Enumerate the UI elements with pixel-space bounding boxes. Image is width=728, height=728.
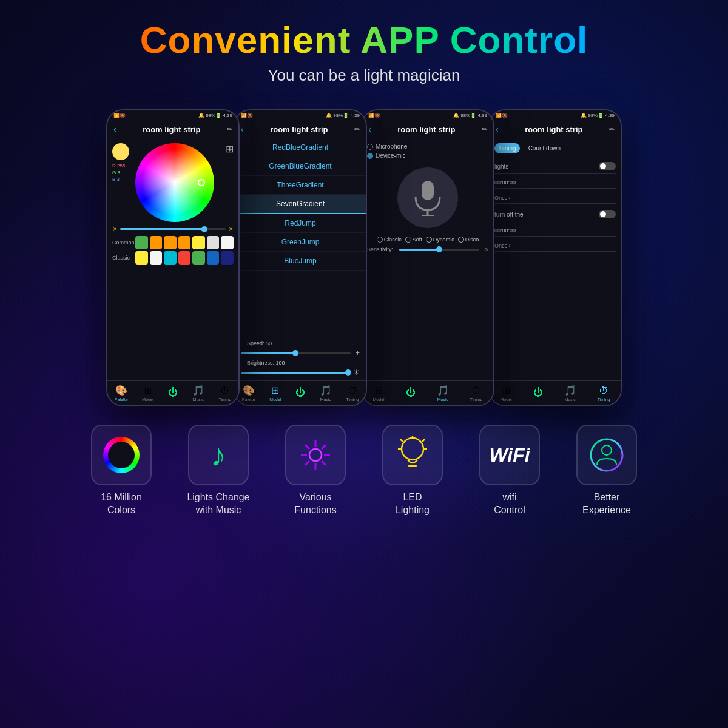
mode-bluejump[interactable]: BlueJump (235, 252, 366, 271)
nav-power-3[interactable]: ⏻ (406, 387, 416, 399)
edit-button-1[interactable]: ✏ (227, 126, 232, 133)
brightness-slider-row: ☀ (241, 368, 360, 377)
status-right-2: 🔔 98%🔋 4:39 (326, 113, 360, 118)
tab-countdown[interactable]: Count down (525, 143, 564, 153)
mode-threegradient[interactable]: ThreeGradient (235, 176, 366, 195)
brightness-slider-2[interactable] (241, 372, 348, 374)
phone-4-wrapper: 📶🔕 🔔 98%🔋 4:39 ‹ room light strip ✏ Timi… (488, 109, 622, 406)
speed-plus[interactable]: + (356, 349, 360, 357)
brightness-slider-1[interactable] (120, 228, 226, 230)
chevron-right-1: › (509, 195, 511, 201)
model-icon: ⊞ (144, 385, 152, 396)
nav-timing[interactable]: ⏱ Timing (218, 385, 231, 402)
nav-power-2[interactable]: ⏻ (295, 387, 305, 399)
nav-timing-4[interactable]: ⏱ Timing (598, 385, 610, 402)
model-icon-4: ⊞ (502, 385, 510, 396)
model-icon-3: ⊞ (375, 385, 383, 396)
status-left-3: 📶🔕 (368, 113, 380, 118)
swatch-orange1[interactable] (150, 236, 163, 249)
mode-dynamic-label: Dynamic (433, 237, 454, 243)
power-icon: ⏻ (168, 387, 178, 398)
turnoff-toggle[interactable] (599, 210, 616, 218)
radio-classic (377, 237, 383, 243)
once-2[interactable]: Once › (494, 243, 511, 249)
feature-functions: VariousFunctions (273, 425, 358, 517)
nav-model-4[interactable]: ⊞ Model (500, 385, 512, 402)
app-header-2: ‹ room light strip ✏ (235, 121, 366, 138)
swatch-classic-blue[interactable] (207, 251, 220, 265)
sensitivity-slider[interactable] (399, 249, 479, 251)
lights-toggle[interactable] (599, 162, 616, 170)
mode-redjump[interactable]: RedJump (235, 214, 366, 233)
music-mode-soft[interactable]: Soft (405, 237, 422, 243)
nav-model-2[interactable]: ⊞ Model (269, 385, 281, 402)
mic-circle[interactable] (397, 167, 458, 228)
nav-model[interactable]: ⊞ Model (142, 385, 153, 402)
feature-label-colors: 16 MillionColors (101, 491, 142, 517)
lights-label: lights (494, 163, 508, 170)
swatch-classic-green[interactable] (192, 251, 205, 265)
mode-greenjump[interactable]: GreenJump (235, 233, 366, 252)
music-mode-dynamic[interactable]: Dynamic (426, 237, 454, 243)
phone-1-wrapper: 📶🔕 🔔 98%🔋 4:39 ‹ room light strip ✏ R 25… (106, 109, 240, 406)
edit-button-3[interactable]: ✏ (482, 126, 487, 133)
nav-timing-3[interactable]: ⏱ Timing (470, 385, 483, 402)
svg-line-17 (400, 439, 403, 442)
swatch-white2[interactable] (221, 236, 234, 249)
power-icon-4: ⏻ (533, 387, 543, 398)
tab-timing[interactable]: Timing (494, 143, 520, 153)
nav-music[interactable]: 🎵 Music (192, 385, 204, 402)
status-right-4: 🔔 98%🔋 4:39 (581, 113, 615, 118)
features-section: 16 MillionColors ♪ Lights Changewith Mus… (0, 406, 728, 529)
mic-option-device[interactable]: Device-mic (367, 152, 488, 159)
swatch-orange2[interactable] (164, 236, 177, 249)
music-mode-disco[interactable]: Disco (458, 237, 479, 243)
nav-timing-label-3: Timing (470, 397, 483, 402)
rgb-r: R 255 (112, 163, 125, 169)
feature-icon-colors (91, 425, 152, 485)
once-label-2: Once (494, 243, 508, 249)
swatch-yellow[interactable] (192, 236, 205, 249)
music-mode-classic[interactable]: Classic (377, 237, 402, 243)
swatch-green[interactable] (135, 236, 148, 249)
feature-label-wifi: wifiControl (494, 491, 525, 517)
mode-classic-label: Classic (384, 237, 402, 243)
swatch-classic-darkblue[interactable] (221, 251, 234, 265)
nav-power[interactable]: ⏻ (168, 387, 178, 399)
mode-redbluegradient[interactable]: RedBlueGradient (235, 138, 366, 157)
swatch-white1[interactable] (207, 236, 220, 249)
color-dot (112, 143, 129, 160)
nav-music-3[interactable]: 🎵 Music (437, 385, 449, 402)
nav-palette[interactable]: 🎨 Palette (115, 385, 128, 402)
swatch-classic-white[interactable] (150, 251, 163, 265)
edit-button-2[interactable]: ✏ (354, 126, 360, 133)
app-title-4: room light strip (499, 125, 609, 134)
edit-button-4[interactable]: ✏ (609, 126, 615, 133)
swatch-classic-yellow[interactable] (135, 251, 148, 265)
toolbar-icon[interactable]: ⊞ (226, 143, 234, 155)
timing-row-time1: 00:00:00 (494, 177, 616, 189)
power-icon-3: ⏻ (406, 387, 416, 398)
palette-icon-2: 🎨 (243, 385, 255, 396)
color-wheel[interactable] (135, 143, 214, 222)
nav-music-2[interactable]: 🎵 Music (320, 385, 332, 402)
timing-icon-2: ⏱ (348, 385, 357, 396)
nav-palette-2[interactable]: 🎨 Palette (242, 385, 255, 402)
nav-power-4[interactable]: ⏻ (533, 387, 543, 399)
nav-model-3[interactable]: ⊞ Model (373, 385, 385, 402)
nav-music-4[interactable]: 🎵 Music (564, 385, 576, 402)
mode-sevengradient[interactable]: SevenGradient (235, 195, 366, 214)
swatch-classic-red[interactable] (178, 251, 191, 265)
nav-timing-2[interactable]: ⏱ Timing (346, 385, 359, 402)
swatch-orange3[interactable] (178, 236, 191, 249)
mic-option-microphone[interactable]: Microphone (367, 143, 488, 150)
feature-wifi: WiFi wifiControl (467, 425, 552, 517)
feature-icon-wifi: WiFi (479, 425, 540, 485)
app-title-2: room light strip (244, 125, 354, 134)
mode-greenbluegradient[interactable]: GreenBlueGradient (235, 157, 366, 176)
swatch-classic-cyan[interactable] (164, 251, 177, 265)
speed-slider[interactable] (241, 352, 351, 354)
rgb-b: B 3 (112, 176, 125, 183)
once-1[interactable]: Once › (494, 195, 511, 201)
nav-music-label-4: Music (565, 397, 576, 402)
